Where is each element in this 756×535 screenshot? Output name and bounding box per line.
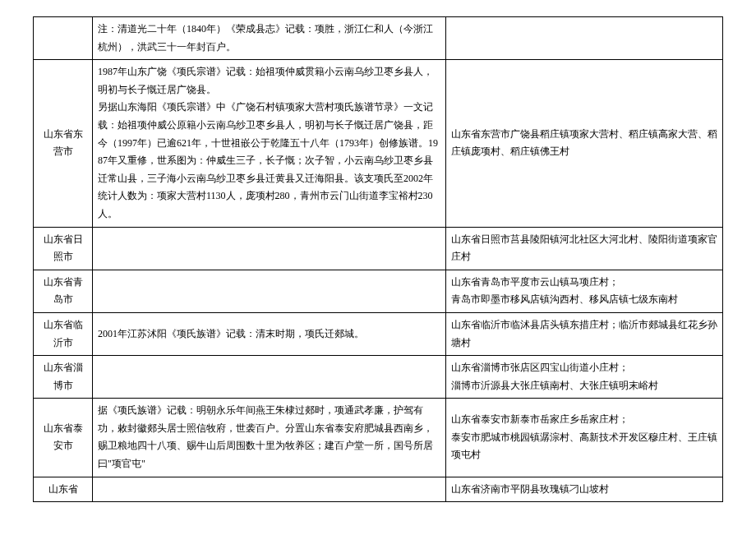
table-row: 山东省 山东省济南市平阴县玫瑰镇刁山坡村: [34, 477, 723, 502]
cell-region: 山东省泰安市: [34, 399, 93, 477]
table-row: 山东省泰安市 据《项氏族谱》记载：明朝永乐年间燕王朱棣过郯时，项通武孝廉，护驾有…: [34, 399, 723, 477]
cell-history: [93, 227, 446, 270]
table-row: 山东省东营市 1987年山东广饶《项氏宗谱》记载：始祖项仲威贯籍小云南乌纱卫枣乡…: [34, 60, 723, 227]
cell-region: 山东省: [34, 477, 93, 502]
cell-history: [93, 477, 446, 502]
table-row: 山东省临沂市 2001年江苏沭阳《项氏族谱》记载：清末时期，项氏迁郯城。 山东省…: [34, 312, 723, 355]
cell-history: 1987年山东广饶《项氏宗谱》记载：始祖项仲威贯籍小云南乌纱卫枣乡县人，明初与长…: [93, 60, 446, 227]
cell-villages: [446, 17, 723, 60]
cell-history: [93, 270, 446, 312]
table-row: 山东省日照市 山东省日照市莒县陵阳镇河北社区大河北村、陵阳街道项家官庄村: [34, 227, 723, 270]
cell-history: 据《项氏族谱》记载：明朝永乐年间燕王朱棣过郯时，项通武孝廉，护驾有功，敕封徽郯头…: [93, 399, 446, 477]
cell-region: 山东省淄博市: [34, 356, 93, 399]
cell-region: 山东省东营市: [34, 60, 93, 227]
cell-villages: 山东省日照市莒县陵阳镇河北社区大河北村、陵阳街道项家官庄村: [446, 227, 723, 270]
cell-villages: 山东省东营市广饶县稻庄镇项家大营村、稻庄镇高家大营、稻庄镇庞项村、稻庄镇佛王村: [446, 60, 723, 227]
cell-history: 注：清道光二十年（1840年）《荣成县志》记载：项胜，浙江仁和人（今浙江杭州），…: [93, 17, 446, 60]
cell-region: 山东省日照市: [34, 227, 93, 270]
table-row: 注：清道光二十年（1840年）《荣成县志》记载：项胜，浙江仁和人（今浙江杭州），…: [34, 17, 723, 60]
cell-villages: 山东省临沂市临沭县店头镇东措庄村；临沂市郯城县红花乡孙塘村: [446, 312, 723, 355]
cell-region: 山东省青岛市: [34, 270, 93, 312]
cell-history: [93, 356, 446, 399]
table-body: 注：清道光二十年（1840年）《荣成县志》记载：项胜，浙江仁和人（今浙江杭州），…: [34, 17, 723, 502]
cell-villages: 山东省泰安市新泰市岳家庄乡岳家庄村；泰安市肥城市桃园镇潺淙村、高新技术开发区穆庄…: [446, 399, 723, 477]
cell-region: 山东省临沂市: [34, 312, 93, 355]
genealogy-table: 注：清道光二十年（1840年）《荣成县志》记载：项胜，浙江仁和人（今浙江杭州），…: [33, 16, 723, 502]
cell-villages: 山东省济南市平阴县玫瑰镇刁山坡村: [446, 477, 723, 502]
cell-villages: 山东省青岛市平度市云山镇马项庄村；青岛市即墨市移风店镇沟西村、移风店镇七级东南村: [446, 270, 723, 312]
cell-history: 2001年江苏沭阳《项氏族谱》记载：清末时期，项氏迁郯城。: [93, 312, 446, 355]
table-row: 山东省淄博市 山东省淄博市张店区四宝山街道小庄村；淄博市沂源县大张庄镇南村、大张…: [34, 356, 723, 399]
cell-region: [34, 17, 93, 60]
table-row: 山东省青岛市 山东省青岛市平度市云山镇马项庄村；青岛市即墨市移风店镇沟西村、移风…: [34, 270, 723, 312]
cell-villages: 山东省淄博市张店区四宝山街道小庄村；淄博市沂源县大张庄镇南村、大张庄镇明末峪村: [446, 356, 723, 399]
